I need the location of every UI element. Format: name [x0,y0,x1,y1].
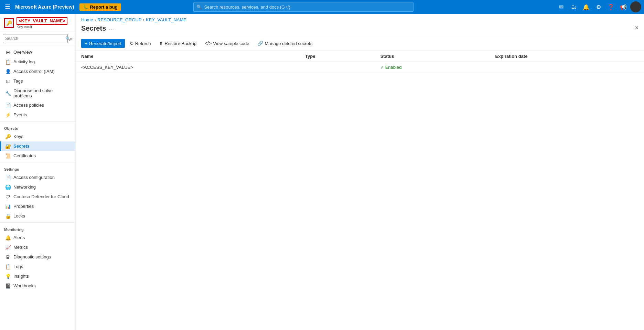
settings-icon[interactable]: ⚙ [593,1,604,12]
sidebar-item-keys-label: Keys [13,134,23,139]
sidebar-item-workbooks-label: Workbooks [13,283,36,288]
close-button[interactable]: × [635,24,638,32]
keys-icon: 🔑 [5,134,11,139]
more-options-button[interactable]: ... [109,25,114,32]
sidebar-item-diagnostic-settings[interactable]: 🖥 Diagnostic settings [0,252,75,262]
restore-backup-button[interactable]: ⬆ Restore Backup [155,39,200,48]
generate-import-button[interactable]: + Generate/Import [81,39,125,48]
sidebar-nav: ⊞ Overview 📋 Activity log 👤 Access contr… [0,46,75,330]
sidebar-item-logs[interactable]: 📋 Logs [0,262,75,272]
user-avatar[interactable] [630,1,641,12]
certificates-icon: 📜 [5,153,11,159]
topbar-icon-group: ✉ 🗂 🔔 ⚙ ❓ 📢 [556,1,641,12]
diagnostic-settings-icon: 🖥 [5,254,11,260]
sidebar-item-alerts[interactable]: 🔔 Alerts [0,233,75,243]
row-expiration [490,62,644,73]
sidebar-item-metrics[interactable]: 📈 Metrics [0,243,75,252]
link-icon: 🔗 [257,41,263,46]
table-header-row: Name Type Status Expiration date [76,51,644,62]
sidebar-item-overview[interactable]: ⊞ Overview [0,47,75,57]
section-objects-label: Objects [0,123,75,132]
sidebar-item-access-config[interactable]: 📄 Access configuration [0,173,75,182]
sidebar-item-access-policies[interactable]: 📄 Access policies [0,100,75,110]
plus-icon: + [85,41,87,46]
sidebar-item-events-label: Events [13,112,27,117]
sidebar-search-icon: 🔍 [65,36,71,41]
search-icon: 🔍 [196,4,202,10]
sidebar-item-activity-log[interactable]: 📋 Activity log [0,57,75,67]
toolbar: + Generate/Import ↻ Refresh ⬆ Restore Ba… [76,36,644,51]
access-config-icon: 📄 [5,175,11,180]
breadcrumb-home[interactable]: Home [81,17,93,22]
sidebar-item-defender[interactable]: 🛡 Contoso Defender for Cloud [0,192,75,202]
manage-deleted-secrets-button[interactable]: 🔗 Manage deleted secrets [254,39,316,48]
sidebar: 🔑 <KEY_VAULT_NAME> Key vault 🔍 « ⊞ Overv… [0,14,76,330]
secrets-icon: 🔐 [5,143,11,149]
activity-log-icon: 📋 [5,59,11,65]
sidebar-item-access-control-label: Access control (IAM) [13,69,55,74]
global-search-bar[interactable]: 🔍 [193,2,414,12]
sidebar-item-secrets-label: Secrets [13,143,30,149]
sidebar-item-keys[interactable]: 🔑 Keys [0,132,75,141]
secrets-table: Name Type Status Expiration date <ACCESS… [76,51,644,73]
feedback-icon[interactable]: 📢 [618,1,629,12]
sidebar-item-properties-label: Properties [13,204,34,209]
sidebar-item-access-policies-label: Access policies [13,103,44,108]
tags-icon: 🏷 [5,78,11,84]
help-icon[interactable]: ❓ [605,1,616,12]
table-row[interactable]: <ACCESS_KEY_VALUE> ✓ Enabled [76,62,644,73]
workbooks-icon: 📓 [5,283,11,289]
check-icon: ✓ [380,65,384,70]
sidebar-item-locks[interactable]: 🔒 Locks [0,211,75,221]
breadcrumb-key-vault[interactable]: KEY_VAULT_NAME [146,17,186,22]
col-expiration: Expiration date [490,51,644,62]
sidebar-item-properties[interactable]: 📊 Properties [0,202,75,211]
refresh-button[interactable]: ↻ Refresh [126,39,154,48]
breadcrumb-resource-group[interactable]: RESOURCE_GROUP [97,17,142,22]
sidebar-item-activity-log-label: Activity log [13,59,35,64]
global-search-input[interactable] [204,4,410,10]
topbar: ☰ Microsoft Azure (Preview) 🐛 Report a b… [0,0,644,14]
sidebar-item-workbooks[interactable]: 📓 Workbooks [0,281,75,291]
access-policies-icon: 📄 [5,103,11,108]
sidebar-item-alerts-label: Alerts [13,235,25,240]
report-bug-button[interactable]: 🐛 Report a bug [79,3,121,11]
view-sample-code-button[interactable]: </> View sample code [201,39,253,48]
sidebar-item-diagnose[interactable]: 🔧 Diagnose and solve problems [0,86,75,100]
breadcrumb: Home › RESOURCE_GROUP › KEY_VAULT_NAME [81,17,638,22]
sidebar-item-networking[interactable]: 🌐 Networking [0,182,75,192]
resource-header: 🔑 <KEY_VAULT_NAME> Key vault [0,14,75,31]
defender-icon: 🛡 [5,194,11,200]
email-icon[interactable]: ✉ [556,1,567,12]
overview-icon: ⊞ [5,50,11,55]
bug-icon: 🐛 [83,4,88,10]
sidebar-item-certificates-label: Certificates [13,153,36,158]
sidebar-item-diagnostic-settings-label: Diagnostic settings [13,254,51,259]
content-title-row: Secrets ... × [81,24,638,32]
col-name: Name [76,51,300,62]
row-type [300,62,375,73]
content-pane: Home › RESOURCE_GROUP › KEY_VAULT_NAME S… [76,14,644,330]
metrics-icon: 📈 [5,245,11,250]
section-settings-label: Settings [0,164,75,173]
app-brand: Microsoft Azure (Preview) [15,4,74,10]
sidebar-item-certificates[interactable]: 📜 Certificates [0,151,75,161]
sidebar-item-access-control[interactable]: 👤 Access control (IAM) [0,67,75,76]
resource-name: <KEY_VAULT_NAME> [17,17,67,25]
diagnose-icon: 🔧 [5,91,11,96]
sidebar-search-input[interactable] [3,34,68,43]
sidebar-item-events[interactable]: ⚡ Events [0,110,75,120]
col-type: Type [300,51,375,62]
sidebar-item-insights[interactable]: 💡 Insights [0,272,75,281]
access-control-icon: 👤 [5,69,11,74]
sidebar-item-insights-label: Insights [13,274,29,279]
sidebar-item-secrets[interactable]: 🔐 Secrets [0,141,75,151]
resource-type: Key vault [17,25,67,29]
sidebar-item-logs-label: Logs [13,264,23,269]
notifications-icon[interactable]: 🔔 [581,1,592,12]
sidebar-item-access-config-label: Access configuration [13,175,55,180]
sidebar-item-tags[interactable]: 🏷 Tags [0,76,75,86]
hamburger-icon[interactable]: ☰ [3,2,12,12]
sidebar-item-defender-label: Contoso Defender for Cloud [13,194,69,199]
directory-icon[interactable]: 🗂 [568,1,579,12]
